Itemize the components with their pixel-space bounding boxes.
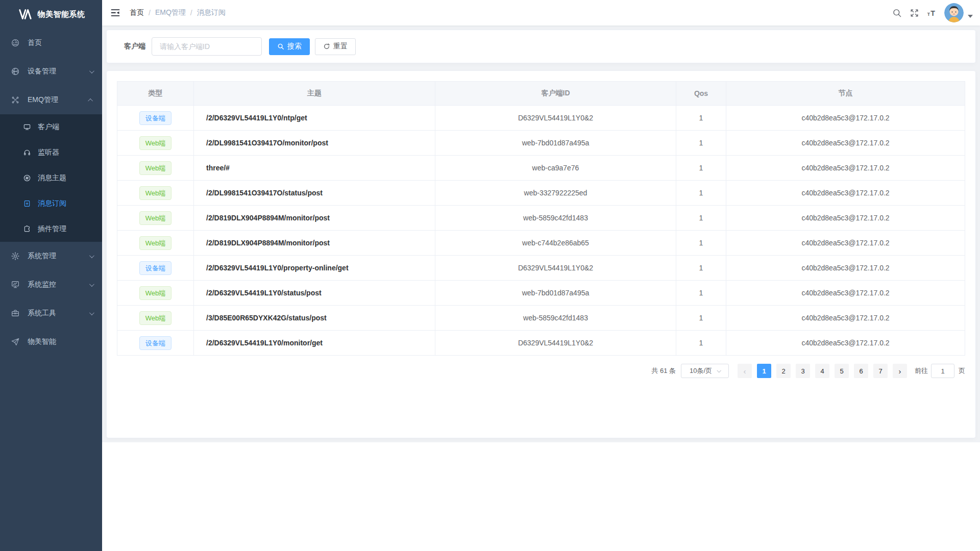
- page-button-7[interactable]: 7: [873, 364, 888, 378]
- sidebar: 物美智能系统 首页 设备管理 EMQ管理 客户端 监听器 消息主题 消息订阅 插…: [0, 0, 102, 551]
- collapse-sidebar-icon[interactable]: [102, 0, 129, 26]
- qos-cell: 1: [676, 306, 726, 331]
- sidebar-item-label: 物美智能: [28, 337, 56, 346]
- table-row: Web端 /2/DL9981541O39417O/status/post web…: [117, 181, 965, 206]
- table-row: Web端 three/# web-ca9a7e76 1 c40b2d8ea5c3…: [117, 156, 965, 181]
- column-header-4: 节点: [726, 82, 965, 106]
- table-row: 设备端 /2/D6329VL54419L1Y0/property-online/…: [117, 256, 965, 281]
- client-id-cell: web-c744b2e86ab65: [435, 231, 676, 256]
- client-id-input[interactable]: [152, 37, 262, 56]
- client-id-cell: D6329VL54419L1Y0&2: [435, 331, 676, 356]
- breadcrumb-separator: /: [149, 9, 151, 17]
- client-id-cell: web-5859c42fd1483: [435, 306, 676, 331]
- gear-icon: [10, 251, 20, 261]
- search-button-label: 搜索: [287, 42, 302, 51]
- app-logo[interactable]: 物美智能系统: [0, 0, 102, 29]
- prev-page-button[interactable]: ‹: [738, 364, 752, 378]
- type-badge: Web端: [139, 161, 172, 175]
- client-id-cell: web-7bd01d87a495a: [435, 281, 676, 306]
- table-row: Web端 /2/D819DLX904P8894M/monitor/post we…: [117, 231, 965, 256]
- sidebar-subitem-topics[interactable]: 消息主题: [0, 165, 102, 191]
- type-badge: Web端: [139, 286, 172, 300]
- avatar[interactable]: [944, 3, 964, 22]
- nodes-icon: [10, 95, 20, 105]
- column-header-1: 主题: [194, 82, 435, 106]
- sidebar-item-tools[interactable]: 系统工具: [0, 299, 102, 328]
- sidebar-item-system[interactable]: 系统管理: [0, 242, 102, 270]
- topic-cell: /2/DL9981541O39417O/status/post: [194, 181, 435, 206]
- page-button-5[interactable]: 5: [835, 364, 849, 378]
- type-badge: 设备端: [139, 261, 172, 275]
- next-page-button[interactable]: ›: [893, 364, 907, 378]
- table-body: 设备端 /2/D6329VL54419L1Y0/ntp/get D6329VL5…: [117, 106, 965, 356]
- goto-page-unit: 页: [959, 366, 965, 375]
- topic-cell: /2/D6329VL54419L1Y0/status/post: [194, 281, 435, 306]
- sidebar-subitem-plugins[interactable]: 插件管理: [0, 216, 102, 242]
- topic-cell: /2/D6329VL54419L1Y0/property-online/get: [194, 256, 435, 281]
- filter-bar: 客户端 搜索 重置: [106, 30, 976, 63]
- font-size-icon[interactable]: TT: [923, 0, 940, 26]
- table-row: Web端 /2/DL9981541O39417O/monitor/post we…: [117, 131, 965, 156]
- sidebar-item-label: 系统监控: [28, 280, 56, 289]
- type-badge: Web端: [139, 136, 172, 150]
- navbar: 首页/EMQ管理/消息订阅 TT: [102, 0, 980, 26]
- subscription-table: 类型主题客户端IDQos节点 设备端 /2/D6329VL54419L1Y0/n…: [117, 81, 965, 356]
- plugin-icon: [22, 224, 32, 234]
- breadcrumb-item-0[interactable]: 首页: [130, 8, 144, 17]
- type-badge: Web端: [139, 186, 172, 200]
- page-button-1[interactable]: 1: [757, 364, 771, 378]
- table-row: Web端 /2/D819DLX904P8894M/monitor/post we…: [117, 206, 965, 231]
- node-cell: c40b2d8ea5c3@172.17.0.2: [726, 106, 965, 131]
- qos-cell: 1: [676, 156, 726, 181]
- chevron-icon: [89, 68, 94, 73]
- page-size-select[interactable]: 10条/页: [681, 364, 729, 378]
- client-id-cell: web-7bd01d87a495a: [435, 131, 676, 156]
- pagination: 共 61 条 10条/页 ‹ 1234567 › 前往 页: [117, 364, 965, 378]
- breadcrumb-item-1[interactable]: EMQ管理: [155, 8, 186, 17]
- topic-cell: /2/D819DLX904P8894M/monitor/post: [194, 206, 435, 231]
- user-menu[interactable]: [944, 3, 973, 22]
- sidebar-item-label: 首页: [28, 38, 42, 47]
- page-buttons: 1234567: [754, 364, 890, 378]
- sidebar-subitem-label: 消息主题: [38, 173, 66, 183]
- chevron-down-icon: [717, 368, 721, 372]
- search-button[interactable]: 搜索: [269, 38, 310, 55]
- sidebar-subitem-label: 插件管理: [38, 224, 66, 234]
- node-cell: c40b2d8ea5c3@172.17.0.2: [726, 131, 965, 156]
- node-cell: c40b2d8ea5c3@172.17.0.2: [726, 331, 965, 356]
- sidebar-subitem-listeners[interactable]: 监听器: [0, 140, 102, 165]
- sidebar-subitem-subscriptions[interactable]: 消息订阅: [0, 191, 102, 216]
- fullscreen-icon[interactable]: [905, 0, 923, 26]
- sidebar-subitem-label: 客户端: [38, 122, 59, 132]
- page-button-4[interactable]: 4: [815, 364, 829, 378]
- node-cell: c40b2d8ea5c3@172.17.0.2: [726, 206, 965, 231]
- sidebar-subitem-label: 消息订阅: [38, 199, 66, 208]
- client-id-cell: D6329VL54419L1Y0&2: [435, 106, 676, 131]
- sidebar-item-devices[interactable]: 设备管理: [0, 57, 102, 86]
- page-size-value: 10条/页: [690, 366, 712, 375]
- submenu-emq: 客户端 监听器 消息主题 消息订阅 插件管理: [0, 114, 102, 242]
- page-button-3[interactable]: 3: [796, 364, 810, 378]
- reset-button[interactable]: 重置: [315, 38, 356, 55]
- table-row: 设备端 /2/D6329VL54419L1Y0/ntp/get D6329VL5…: [117, 106, 965, 131]
- column-header-0: 类型: [117, 82, 194, 106]
- content: 客户端 搜索 重置: [102, 26, 980, 442]
- client-id-cell: web-ca9a7e76: [435, 156, 676, 181]
- sidebar-subitem-clients[interactable]: 客户端: [0, 114, 102, 140]
- page-button-6[interactable]: 6: [854, 364, 868, 378]
- qos-cell: 1: [676, 281, 726, 306]
- qos-cell: 1: [676, 331, 726, 356]
- chevron-icon: [89, 282, 94, 287]
- sidebar-item-label: 系统工具: [28, 309, 56, 318]
- sidebar-item-home[interactable]: 首页: [0, 29, 102, 57]
- node-cell: c40b2d8ea5c3@172.17.0.2: [726, 256, 965, 281]
- app-title: 物美智能系统: [38, 10, 85, 19]
- sidebar-item-monitor[interactable]: 系统监控: [0, 270, 102, 299]
- goto-page-input[interactable]: [931, 364, 954, 378]
- sidebar-item-emq[interactable]: EMQ管理: [0, 86, 102, 114]
- sidebar-item-wumei[interactable]: 物美智能: [0, 328, 102, 356]
- page-button-2[interactable]: 2: [776, 364, 791, 378]
- type-badge: Web端: [139, 236, 172, 250]
- monitor-chart-icon: [10, 280, 20, 290]
- search-icon[interactable]: [888, 0, 905, 26]
